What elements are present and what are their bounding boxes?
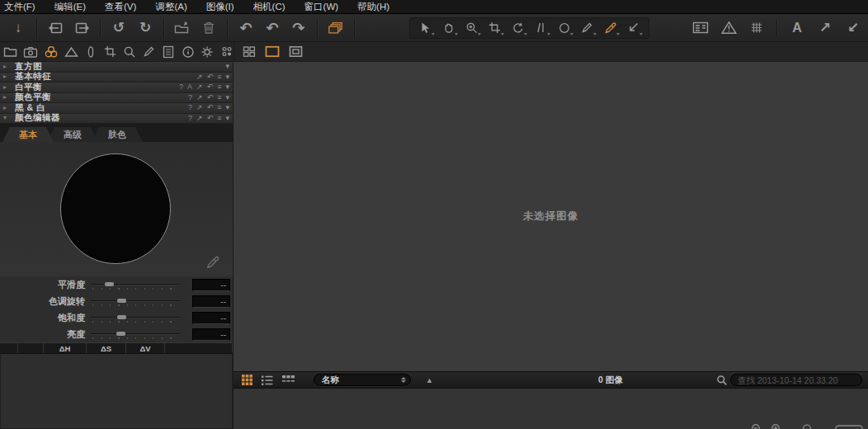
image-viewer[interactable]: 未选择图像 <box>234 62 868 371</box>
lightness-slider[interactable] <box>91 326 182 342</box>
menu-icon[interactable]: ≡ <box>217 73 221 81</box>
straighten-tool[interactable] <box>507 18 529 38</box>
tool-dropdown-caret[interactable] <box>455 33 458 35</box>
collapse-icon[interactable]: ▾ <box>225 104 229 111</box>
hue-rotation-slider[interactable] <box>91 293 182 309</box>
smoothness-slider[interactable] <box>91 276 182 293</box>
browse-images-icon[interactable] <box>328 20 344 36</box>
menu-icon[interactable]: ≡ <box>217 104 221 111</box>
collapse-icon[interactable]: ▾ <box>225 115 229 122</box>
zoom-in-icon[interactable] <box>771 423 782 429</box>
share-icon[interactable]: ↗ <box>817 20 833 36</box>
proof-view-icon[interactable] <box>287 44 304 60</box>
crop-tool[interactable] <box>484 18 506 38</box>
table-col-delta-h[interactable]: ΔH <box>44 343 87 353</box>
sort-dropdown[interactable]: 名称 <box>314 374 411 386</box>
tool-dropdown-caret[interactable] <box>524 33 527 35</box>
tab-skin-tone[interactable]: 肤色 <box>92 127 143 142</box>
help-icon[interactable]: ? <box>179 83 183 91</box>
revert-icon[interactable]: ↶ <box>238 20 254 36</box>
tab-color-icon[interactable] <box>44 44 59 60</box>
menu-window[interactable]: 窗口(W) <box>304 1 339 13</box>
saturation-slider[interactable] <box>91 309 182 326</box>
auto-icon[interactable]: A <box>187 83 192 91</box>
ellipse-mask-tool[interactable] <box>553 18 575 38</box>
rotate-ccw-icon[interactable]: ↺ <box>111 20 127 36</box>
download-icon[interactable]: ↓ <box>10 20 26 36</box>
tab-capture-camera-icon[interactable] <box>23 44 38 60</box>
tab-settings-gear-icon[interactable] <box>200 44 215 60</box>
expand-icon[interactable]: ▸ <box>3 73 15 80</box>
single-view-icon[interactable] <box>264 44 281 60</box>
tab-library-folder-icon[interactable] <box>3 44 17 60</box>
expand-icon[interactable]: ▸ <box>3 84 15 91</box>
reset-icon[interactable]: ↶ <box>207 104 214 111</box>
zoom-tool[interactable] <box>460 18 483 38</box>
viewer-panels-icon[interactable] <box>692 20 709 36</box>
menu-icon[interactable]: ≡ <box>217 115 221 122</box>
pan-tool[interactable] <box>437 18 460 38</box>
zoom-fit-icon[interactable] <box>802 423 812 429</box>
guides-tool[interactable] <box>530 18 552 38</box>
expand-icon[interactable]: ▾ <box>3 115 15 121</box>
tab-crop-icon[interactable] <box>104 44 118 60</box>
tab-info-icon[interactable] <box>182 44 196 60</box>
tab-metadata-icon[interactable] <box>162 44 176 60</box>
expand-icon[interactable]: ▸ <box>3 105 15 111</box>
expand-icon[interactable]: ▸ <box>3 94 15 101</box>
color-wheel[interactable] <box>60 153 171 264</box>
preset-icon[interactable]: ↗ <box>196 94 203 101</box>
menu-icon[interactable]: ≡ <box>217 94 221 101</box>
collapse-icon[interactable]: ▾ <box>225 63 229 70</box>
tab-exposure-icon[interactable] <box>64 44 78 60</box>
menu-edit[interactable]: 编辑(E) <box>54 1 86 13</box>
slider-value[interactable]: -- <box>192 279 230 291</box>
slider-handle[interactable] <box>105 282 114 286</box>
reset-icon[interactable]: ↶ <box>207 94 214 101</box>
apply-adjustments-tool[interactable] <box>622 18 644 38</box>
zoom-out-icon[interactable] <box>751 423 762 429</box>
tool-dropdown-caret[interactable] <box>593 33 597 35</box>
collapse-icon[interactable]: ▾ <box>225 94 229 101</box>
menu-adjustments[interactable]: 调整(A) <box>155 1 186 13</box>
sort-spinner-icon[interactable] <box>401 377 406 383</box>
reset-icon[interactable]: ↶ <box>207 115 214 122</box>
slider-value[interactable]: -- <box>192 312 230 324</box>
multi-view-icon[interactable] <box>241 44 257 60</box>
browser-area[interactable] <box>234 389 868 429</box>
warning-icon[interactable] <box>720 20 737 36</box>
preset-icon[interactable]: ↗ <box>196 104 203 111</box>
slider-value[interactable]: -- <box>192 295 230 308</box>
slider-handle[interactable] <box>117 315 126 319</box>
tab-output-icon[interactable] <box>220 44 234 60</box>
tool-dropdown-caret[interactable] <box>432 33 435 35</box>
search-input[interactable] <box>730 374 862 386</box>
expand-icon[interactable]: ▸ <box>3 64 15 70</box>
list-view-icon[interactable] <box>261 375 274 386</box>
help-icon[interactable]: ? <box>188 104 192 111</box>
select-tool[interactable] <box>414 18 436 38</box>
preset-icon[interactable]: ↗ <box>196 83 203 91</box>
focus-mask-icon[interactable] <box>748 20 765 36</box>
menu-help[interactable]: 帮助(H) <box>357 1 389 13</box>
slider-handle[interactable] <box>116 332 125 336</box>
table-col-delta-v[interactable]: ΔV <box>126 343 165 353</box>
brush-tool[interactable] <box>576 18 598 38</box>
apply-icon[interactable]: ↙ <box>845 20 861 36</box>
table-col-delta-s[interactable]: ΔS <box>87 343 126 353</box>
slider-value[interactable]: -- <box>192 328 230 341</box>
tool-dropdown-caret[interactable] <box>570 33 573 35</box>
reset-icon[interactable]: ↶ <box>207 73 214 81</box>
tab-basic[interactable]: 基本 <box>2 127 54 142</box>
tool-dropdown-caret[interactable] <box>639 33 643 35</box>
sort-ascending-icon[interactable]: ▲ <box>426 376 433 384</box>
grid-view-icon[interactable] <box>241 374 253 386</box>
reset-icon[interactable]: ↶ <box>207 83 214 91</box>
zoom-slider[interactable] <box>835 423 863 429</box>
tool-dropdown-caret[interactable] <box>616 33 620 35</box>
section-color-editor[interactable]: ▾ 颜色编辑器 ? ↗ ↶ ≡ ▾ <box>0 114 233 125</box>
rotate-cw-icon[interactable]: ↻ <box>137 20 153 36</box>
undo-icon[interactable]: ↶ <box>264 20 281 36</box>
offload-folder-icon[interactable] <box>174 20 191 36</box>
search-icon[interactable] <box>716 375 728 386</box>
